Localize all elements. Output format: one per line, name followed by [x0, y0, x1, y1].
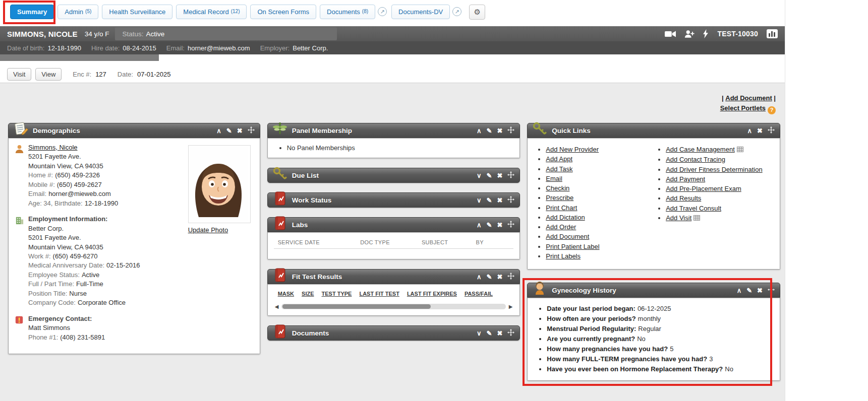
fit-column-last-fit-test[interactable]: LAST FIT TEST [359, 291, 399, 297]
select-portlets-link[interactable]: Select Portlets [720, 104, 766, 112]
documents-icon [272, 323, 288, 340]
collapse-icon[interactable]: ∧ [477, 274, 482, 280]
quick-link-add-document[interactable]: Add Document [546, 233, 589, 240]
expand-icon[interactable]: ∨ [477, 197, 482, 204]
labs-column-doc-type[interactable]: DOC TYPE [360, 239, 422, 245]
portlet-header-documents: Documents ∨ ✎ ✖ [267, 325, 520, 341]
help-icon[interactable]: ? [768, 106, 776, 114]
close-icon[interactable]: ✖ [497, 127, 502, 134]
move-icon[interactable] [768, 286, 775, 294]
quick-link-add-pre-placement-exam[interactable]: Add Pre-Placement Exam [666, 185, 741, 192]
flowsheet-chart-icon[interactable] [767, 29, 778, 38]
close-icon[interactable]: ✖ [497, 330, 502, 337]
close-icon[interactable]: ✖ [497, 197, 502, 204]
quick-link-add-dictation[interactable]: Add Dictation [546, 214, 585, 221]
expand-icon[interactable]: ∨ [477, 172, 482, 179]
collapse-icon[interactable]: ∧ [747, 127, 753, 134]
tab-settings-button[interactable]: ⚙ [469, 5, 485, 20]
close-icon[interactable]: ✖ [497, 172, 502, 179]
quick-link-checkin[interactable]: Checkin [546, 184, 569, 192]
add-person-icon[interactable] [684, 30, 695, 38]
close-icon[interactable]: ✖ [497, 222, 502, 228]
move-icon[interactable] [248, 126, 255, 135]
edit-icon[interactable]: ✎ [487, 172, 492, 179]
quick-link-add-appt[interactable]: Add Appt [546, 155, 572, 163]
fit-column-last-fit-expires[interactable]: LAST FIT EXPIRES [407, 291, 457, 297]
quick-link-add-case-management[interactable]: Add Case Management [666, 146, 735, 153]
quick-link-add-new-provider[interactable]: Add New Provider [546, 146, 599, 153]
edit-icon[interactable]: ✎ [746, 287, 752, 294]
quick-link-email[interactable]: Email [546, 175, 562, 182]
close-icon[interactable]: ✖ [757, 287, 763, 294]
labs-column-subject[interactable]: SUBJECT [422, 239, 476, 245]
fit-column-size[interactable]: SIZE [302, 291, 314, 297]
labs-column-by[interactable]: BY [476, 239, 514, 245]
portlet-title: Gynecology History [552, 287, 616, 294]
add-document-link[interactable]: Add Document [725, 94, 772, 102]
expand-icon[interactable]: ∨ [477, 330, 482, 337]
tab-documents[interactable]: Documents (8) [320, 5, 375, 19]
quick-link-add-travel-consult[interactable]: Add Travel Consult [666, 205, 721, 212]
tab-documents-dv[interactable]: Documents-DV [391, 5, 450, 19]
documents-open-new-window-icon[interactable]: ↗ [378, 7, 387, 16]
move-icon[interactable] [507, 126, 514, 135]
edit-icon[interactable]: ✎ [226, 127, 232, 134]
quick-link-print-chart[interactable]: Print Chart [546, 204, 577, 212]
emergency-contact-block: Emergency Contact: Matt Simmons Phone #1… [15, 314, 188, 342]
quick-link-add-contact-tracing[interactable]: Add Contact Tracing [666, 156, 725, 163]
move-icon[interactable] [507, 196, 514, 204]
scrollbar-thumb[interactable] [282, 304, 430, 309]
edit-icon[interactable]: ✎ [487, 222, 492, 228]
patient-name-link[interactable]: Simmons, Nicole [28, 144, 78, 151]
demographics-text: Simmons, Nicole 5201 Fayette Ave. Mounta… [15, 143, 188, 349]
tab-summary[interactable]: Summary [10, 5, 54, 19]
move-icon[interactable] [507, 171, 514, 179]
labs-column-service-date[interactable]: SERVICE DATE [278, 239, 361, 245]
portlet-header-fit-test-results: Fit Test Results ∧ ✎ ✖ [267, 269, 520, 284]
scrollbar-track[interactable] [281, 304, 505, 309]
quick-link-print-patient-label[interactable]: Print Patient Label [546, 243, 599, 250]
tab-on-screen-forms[interactable]: On Screen Forms [250, 5, 316, 19]
close-icon[interactable]: ✖ [237, 127, 243, 134]
quick-link-add-payment[interactable]: Add Payment [666, 175, 705, 183]
visit-button[interactable]: Visit [7, 68, 31, 81]
quick-link-add-results[interactable]: Add Results [666, 194, 701, 202]
documents-dv-open-new-window-icon[interactable]: ↗ [452, 7, 461, 16]
chart-tab-bar: Summary Admin (5) Health Surveillance Me… [0, 0, 785, 26]
collapse-icon[interactable]: ∧ [737, 287, 742, 294]
move-icon[interactable] [507, 329, 514, 337]
edit-icon[interactable]: ✎ [487, 274, 492, 280]
collapse-icon[interactable]: ∧ [477, 127, 482, 134]
scroll-right-icon[interactable]: ▶ [509, 304, 513, 309]
fit-column-mask[interactable]: MASK [278, 291, 294, 297]
email-line: Email:horner@mieweb.com [28, 189, 118, 198]
collapse-icon[interactable]: ∧ [477, 222, 482, 228]
tab-health-surveillance[interactable]: Health Surveillance [102, 5, 172, 19]
update-photo-link[interactable]: Update Photo [188, 226, 228, 234]
quick-link-print-labels[interactable]: Print Labels [546, 252, 581, 260]
fit-column-test-type[interactable]: TEST TYPE [322, 291, 352, 297]
video-camera-icon[interactable] [665, 30, 676, 38]
move-icon[interactable] [507, 221, 514, 229]
close-icon[interactable]: ✖ [497, 274, 502, 280]
edit-icon[interactable]: ✎ [487, 127, 492, 134]
scroll-left-icon[interactable]: ◀ [275, 304, 279, 309]
close-icon[interactable]: ✖ [757, 127, 763, 134]
move-icon[interactable] [768, 126, 775, 135]
quick-link-add-visit[interactable]: Add Visit [666, 214, 691, 222]
edit-icon[interactable]: ✎ [487, 330, 492, 337]
edit-icon[interactable]: ✎ [487, 197, 492, 204]
quick-link-add-driver-fitness-determination[interactable]: Add Driver Fitness Determination [666, 166, 762, 173]
tab-medical-record[interactable]: Medical Record (12) [176, 5, 247, 19]
quick-link-add-order[interactable]: Add Order [546, 223, 576, 231]
collapse-icon[interactable]: ∧ [216, 127, 221, 134]
quick-link-add-task[interactable]: Add Task [546, 165, 572, 173]
portlet-title: Quick Links [552, 127, 591, 135]
lightning-bolt-icon[interactable] [703, 29, 709, 38]
quick-link-prescribe[interactable]: Prescribe [546, 194, 573, 202]
patient-header-bar: SIMMONS, NICOLE 34 y/o F Status: Active … [0, 26, 785, 41]
move-icon[interactable] [507, 273, 514, 281]
fit-column-pass-fail[interactable]: PASS/FAIL [465, 291, 493, 297]
tab-admin[interactable]: Admin (5) [57, 5, 98, 19]
view-button[interactable]: View [35, 68, 62, 81]
